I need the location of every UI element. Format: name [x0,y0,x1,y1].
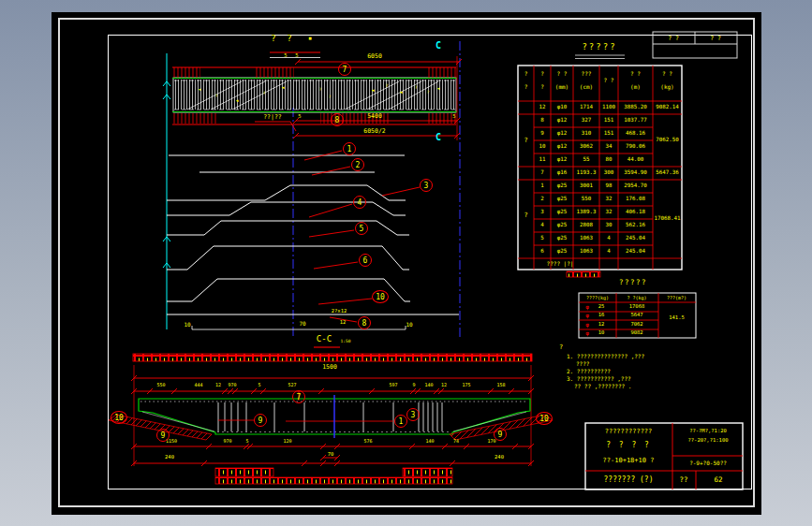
cad-viewer-window: ? ?▪556050CC??|??5540056050/2◀?◀?◀??◀?◀?… [0,0,812,526]
drawing-inner-frame [108,35,752,489]
